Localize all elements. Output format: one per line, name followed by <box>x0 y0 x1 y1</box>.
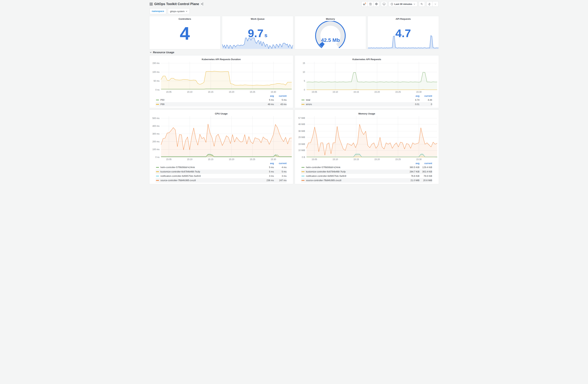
panel-title[interactable]: Controllers <box>149 16 220 20</box>
legend-col-avg[interactable]: avg <box>403 162 420 165</box>
legend-row: helm-controller-57f9b56bbf-k24mk5 ms4 ms <box>156 165 287 170</box>
time-range-picker[interactable]: Last 30 minutes <box>389 1 417 7</box>
legend-series-name[interactable]: P50 <box>156 99 258 101</box>
x-axis: 15:0515:1015:1515:2015:2515:30 <box>307 157 437 161</box>
chart-plot-area[interactable] <box>307 62 437 90</box>
legend-series-color-icon <box>301 176 305 176</box>
legend-current-value: 5 ms <box>274 99 287 101</box>
legend-series-color-icon <box>301 167 305 168</box>
legend-row: P505 ms5 ms <box>156 98 287 102</box>
chevron-down-icon <box>413 3 415 5</box>
legend-series-color-icon <box>156 100 159 100</box>
panel-title[interactable]: Work Queue <box>222 16 293 20</box>
legend-col-avg[interactable]: avg <box>258 162 274 165</box>
chart-plot-area[interactable] <box>307 116 437 157</box>
share-icon[interactable] <box>201 2 204 5</box>
legend-col-avg[interactable]: avg <box>403 95 420 97</box>
legend-series-color-icon <box>301 180 305 181</box>
legend-col-current[interactable]: current <box>274 162 287 165</box>
apps-grid-icon[interactable] <box>150 2 153 6</box>
legend-series-name[interactable]: helm-controller-57f9b56bbf-k24mk <box>301 166 403 169</box>
legend-series-name[interactable]: notification-controller-6d56575dc-5w9n9 <box>156 175 258 177</box>
add-panel-button[interactable] <box>361 1 368 7</box>
section-title: Resource Usage <box>153 51 174 54</box>
variable-namespace-select[interactable]: gitops-system <box>168 8 190 14</box>
x-tick-label: 15:10 <box>333 91 338 93</box>
legend-current-value: 76.6 KiB <box>420 175 432 177</box>
memory-gauge: 42.5 Mb <box>295 21 366 48</box>
cycle-view-mode-button[interactable] <box>381 1 387 7</box>
variables-submenu: namespace gitops-system <box>147 8 441 16</box>
legend-avg-value: 5 ms <box>258 166 274 169</box>
x-tick-label: 15:05 <box>166 158 171 161</box>
refresh-interval-button[interactable] <box>432 1 439 7</box>
stat-panels-row: Controllers 4 Work Queue 9.7s Memory 42.… <box>149 16 439 49</box>
chart-plot-area[interactable] <box>161 116 292 157</box>
x-tick-label: 15:10 <box>187 91 192 93</box>
y-tick-label: 0 ns <box>155 88 160 91</box>
legend-series-name[interactable]: kustomize-controller-6c6784b468-7kzfp <box>156 171 258 173</box>
panel-title[interactable]: API Requests <box>368 16 439 20</box>
legend-series-name[interactable]: kustomize-controller-6c6784b468-7kzfp <box>301 171 403 173</box>
charts-row-2: CPU Usage 0 ns100 ms200 ms300 ms400 ms50… <box>149 109 439 184</box>
panel-controllers: Controllers 4 <box>149 16 221 49</box>
legend-col-avg[interactable]: avg <box>258 95 274 97</box>
x-tick-label: 15:20 <box>375 91 380 93</box>
legend-current-value: 4.44 <box>420 99 432 101</box>
y-tick-label: 38 MiB <box>298 130 305 132</box>
legend-col-current[interactable]: current <box>420 162 432 165</box>
legend-avg-value: 284.7 KiB <box>403 171 420 173</box>
dashboard-title: GitOps Toolkit Control Plane <box>154 2 199 6</box>
chevron-down-icon <box>434 3 436 5</box>
zoom-out-time-button[interactable] <box>419 1 425 7</box>
grafana-dashboard: GitOps Toolkit Control Plane <box>147 0 441 192</box>
legend-series-name[interactable]: source-controller-7fb84fc985-zvsz8 <box>156 179 258 182</box>
legend-series-name[interactable]: errors <box>301 103 403 106</box>
panel-title[interactable]: Memory Usage <box>296 111 437 115</box>
legend-current-value: 247 ms <box>274 179 287 182</box>
legend-series-color-icon <box>301 171 305 172</box>
y-tick-label: 150 ms <box>152 62 159 64</box>
dashboard-header: GitOps Toolkit Control Plane <box>147 0 441 8</box>
legend-current-value: 5 ms <box>274 171 287 173</box>
y-axis: 0 B10 MiB19 MiB29 MiB38 MiB48 MiB57 MiB <box>296 116 307 157</box>
variable-namespace-value: gitops-system <box>170 10 185 13</box>
panel-title[interactable]: CPU Usage <box>151 111 292 115</box>
legend-row: errors0.010 <box>301 102 432 107</box>
legend-series-name[interactable]: helm-controller-57f9b56bbf-k24mk <box>156 166 258 169</box>
x-tick-label: 15:15 <box>208 91 213 93</box>
monitor-icon <box>383 3 385 5</box>
charts-row-1: Kubernetes API Requests Duration 0 ns50 … <box>149 55 439 108</box>
x-axis: 15:0515:1015:1515:2015:2515:30 <box>161 157 292 161</box>
y-tick-label: 10 <box>303 71 305 73</box>
chart-plot-area[interactable] <box>161 62 292 90</box>
legend-series-name[interactable]: total <box>301 99 403 101</box>
panel-work-queue: Work Queue 9.7s <box>222 16 293 49</box>
panel-title[interactable]: Kubernetes API Requests Duration <box>151 57 292 61</box>
y-tick-label: 0 ns <box>155 156 160 158</box>
x-tick-label: 15:15 <box>353 91 359 93</box>
add-panel-icon <box>363 2 366 5</box>
legend-series-color-icon <box>156 180 159 181</box>
legend-avg-value: 5 ms <box>258 99 274 101</box>
refresh-button[interactable] <box>426 1 433 7</box>
panel-title[interactable]: Memory <box>295 16 366 20</box>
legend-current-value: 0 <box>420 103 432 106</box>
x-tick-label: 15:20 <box>229 158 234 161</box>
legend-avg-value: 21.0 MiB <box>403 179 420 182</box>
panel-cpu-usage: CPU Usage 0 ns100 ms200 ms300 ms400 ms50… <box>149 109 294 184</box>
save-icon <box>369 3 372 5</box>
legend-series-name[interactable]: notification-controller-6d56575dc-5w9n9 <box>301 175 403 177</box>
y-axis: 051015 <box>296 62 307 90</box>
section-row-resource-usage[interactable]: Resource Usage <box>150 51 439 54</box>
save-dashboard-button[interactable] <box>367 1 374 7</box>
x-tick-label: 15:05 <box>312 91 317 93</box>
legend-current-value: 129.4 KiB <box>420 166 432 169</box>
legend-series-name[interactable]: source-controller-7fb84fc985-zvsz8 <box>301 179 403 182</box>
panel-title[interactable]: Kubernetes API Requests <box>296 57 437 61</box>
legend-series-name[interactable]: P99 <box>156 103 258 106</box>
legend-col-current[interactable]: current <box>420 95 432 97</box>
dashboard-settings-button[interactable] <box>373 1 379 7</box>
legend-col-current[interactable]: current <box>274 95 287 97</box>
legend-series-color-icon <box>156 104 159 105</box>
